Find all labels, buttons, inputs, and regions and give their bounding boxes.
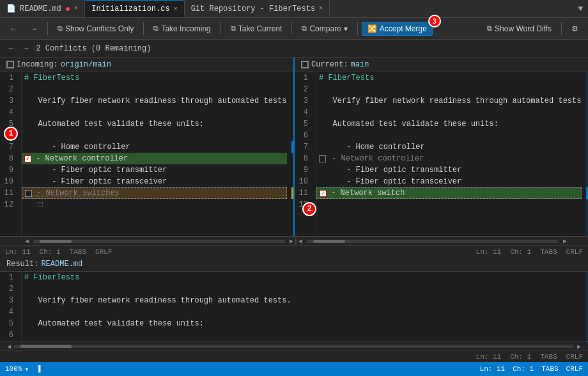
scroll-mark-incoming2: [291, 187, 293, 199]
status-bar-right: Ln: 11 Ch: 1 TABS CRLF: [480, 365, 583, 373]
cln-8: 8: [295, 153, 312, 164]
result-status-row: Ln: 11 Ch: 1 TABS CRLF: [0, 350, 588, 362]
result-line-3: Verify fiber network readiness through a…: [22, 295, 582, 306]
scroll-left-arrow-left[interactable]: ◀: [23, 237, 31, 245]
settings-button[interactable]: ⚙: [566, 22, 584, 36]
accept-merge-button[interactable]: 🔀 Accept Merge 3: [362, 22, 433, 36]
scroll-left-arrow-right[interactable]: ◀: [297, 237, 304, 245]
result-scroll-left[interactable]: ◀: [5, 343, 13, 350]
line11-text: - Network switches: [32, 189, 120, 198]
tab-close-init[interactable]: ×: [174, 6, 178, 13]
cln-7: 7: [295, 141, 312, 153]
current-line-7: - Home controller: [316, 141, 582, 153]
incoming-branch: origin/main: [61, 60, 111, 69]
annotation-1: 1: [4, 127, 18, 141]
result-code-lines[interactable]: # FiberTests Verify fiber network readin…: [22, 272, 582, 341]
compare-dropdown-icon: ▾: [344, 24, 348, 33]
scroll-bar-current[interactable]: [585, 72, 588, 236]
current-line-11: ✓ - Network switch: [316, 187, 582, 199]
incoming-code-lines[interactable]: # FiberTests Verify fiber network readin…: [22, 72, 287, 236]
line8-text: - Network controller: [31, 154, 128, 163]
next-conflict-button[interactable]: →: [21, 43, 31, 54]
incoming-line-6: [22, 130, 287, 141]
cln-6: 6: [295, 130, 312, 141]
conflicts-icon: ⧉: [58, 24, 63, 33]
current-code-lines[interactable]: # FiberTests Verify fiber network readin…: [316, 72, 582, 236]
take-incoming-button[interactable]: ⧉ Take Incoming: [148, 22, 216, 36]
result-scrollbar-thumb[interactable]: [20, 345, 72, 348]
tab-close-readme[interactable]: ×: [74, 5, 78, 12]
prev-conflict-button[interactable]: ←: [6, 43, 16, 54]
rln-3: 3: [0, 295, 17, 306]
ln-1: 1: [0, 72, 17, 84]
result-scroll-right[interactable]: ▶: [575, 343, 583, 350]
conflict-count: 2 Conflicts (0 Remaining): [36, 44, 151, 53]
rln-1: 1: [0, 272, 17, 283]
result-line-2: [22, 283, 582, 295]
incoming-checkbox-8[interactable]: ✓: [24, 155, 31, 162]
incoming-pane: Incoming: origin/main 1 2 3 4 5 6 7 8 9 …: [0, 58, 295, 236]
current-line-6: [316, 130, 582, 141]
current-line-2: [316, 84, 582, 95]
gear-icon: ⚙: [571, 24, 578, 33]
result-line-4: [22, 306, 582, 318]
current-icon: [301, 61, 309, 68]
toolbar-sep-6: [561, 22, 562, 35]
rln-6: 6: [0, 329, 17, 341]
take-current-button[interactable]: ⧉ Take Current: [225, 22, 288, 36]
zoom-value: 100%: [5, 365, 22, 373]
result-crlf-label: CRLF: [566, 353, 583, 361]
tab-label-init: Initialization.cs: [91, 4, 169, 13]
ln-7: 7: [0, 141, 17, 153]
scroll-right-arrow-left[interactable]: ▶: [288, 237, 295, 245]
split-crlf-label-r: CRLF: [566, 248, 583, 256]
scroll-right-arrow-right[interactable]: ▶: [561, 237, 569, 245]
scroll-mark-incoming: [291, 141, 293, 153]
forward-button[interactable]: →: [24, 22, 43, 36]
toolbar-sep-5: [357, 22, 358, 35]
zoom-control[interactable]: 100% ▾: [5, 365, 29, 373]
cln-2: 2: [295, 84, 312, 95]
split-scrollbar-row: ◀ ▶ ◀ ▶: [0, 237, 588, 246]
split-ln-label-r: Ln: 11: [476, 248, 502, 256]
take-current-label: Take Current: [238, 24, 282, 33]
tab-git-repo[interactable]: Git Repository - FiberTests ×: [185, 0, 330, 17]
ln-12: 12: [0, 199, 17, 210]
status-tabs: TABS: [541, 365, 558, 373]
current-pane: 2 Current: main 1 2 3 4 5 6 7 8 9 10: [295, 58, 588, 236]
ln-2: 2: [0, 84, 17, 95]
incoming-checkbox-11[interactable]: [25, 190, 32, 197]
compare-button[interactable]: ⧉ Compare ▾: [296, 22, 353, 36]
result-scroll-bar[interactable]: [585, 272, 588, 341]
left-scrollbar-thumb[interactable]: [40, 240, 72, 243]
line9-text: - Fiber optic transmitter: [24, 166, 167, 175]
result-scroll-edge: [582, 272, 588, 341]
result-ch-label: Ch: 1: [510, 353, 531, 361]
ln-8: 8: [0, 153, 17, 164]
left-scrollbar-track[interactable]: [33, 240, 285, 243]
cline9-text: - Fiber optic transmitter: [319, 166, 461, 175]
rln-5: 5: [0, 318, 17, 329]
result-scrollbar-row: ◀ ▶: [0, 341, 588, 350]
ln-10: 10: [0, 176, 17, 187]
show-word-diffs-button[interactable]: ⧉ Show Word Diffs: [481, 22, 557, 36]
tab-initialization[interactable]: Initialization.cs ×: [85, 0, 184, 17]
show-conflicts-button[interactable]: ⧉ Show Conflicts Only: [52, 22, 139, 36]
current-checkbox-11[interactable]: ✓: [320, 190, 327, 197]
accept-merge-icon: 🔀: [368, 24, 377, 33]
tab-close-git[interactable]: ×: [319, 5, 323, 12]
right-scrollbar-track[interactable]: [307, 240, 559, 243]
result-scrollbar-track[interactable]: [14, 345, 574, 348]
right-scrollbar-thumb[interactable]: [313, 240, 345, 243]
incoming-line-8: ✓ - Network controller: [22, 153, 287, 164]
back-button[interactable]: ←: [4, 22, 23, 36]
tab-bar: 📄 README.md ● × Initialization.cs × Git …: [0, 0, 588, 18]
tab-scroll-right[interactable]: ▼: [573, 0, 588, 17]
cln-4: 4: [295, 107, 312, 118]
tab-readme[interactable]: 📄 README.md ● ×: [0, 0, 85, 17]
compare-label: Compare: [309, 24, 341, 33]
incoming-line-5: Automated test validate these units:: [22, 118, 287, 130]
result-tabs-label: TABS: [540, 353, 557, 361]
line3-text: Verify fiber network readiness through a…: [24, 97, 287, 106]
ln-4: 4: [0, 107, 17, 118]
